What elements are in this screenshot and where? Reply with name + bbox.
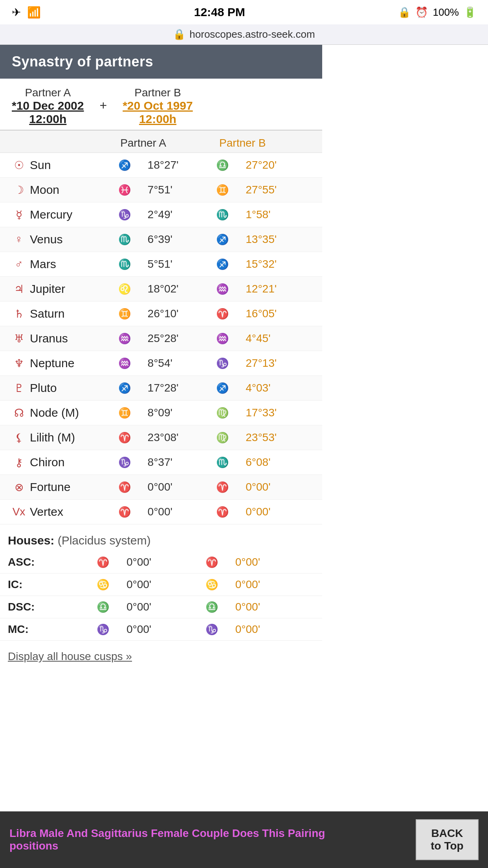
content-area: Synastry of partners Partner A *10 Dec 2… (0, 45, 488, 675)
planet-sign-b: ♏ (216, 456, 246, 469)
house-deg-a: 0°00' (127, 556, 205, 568)
planet-name: Pluto (30, 381, 118, 395)
planet-row-saturn: ♄ Saturn ♊ 26°10' ♈ 16°05' (0, 302, 322, 326)
planet-sign-b: ♒ (216, 333, 246, 345)
planet-name: Mercury (30, 208, 118, 221)
section-title: Synastry of partners (12, 53, 153, 70)
planet-name: Venus (30, 233, 118, 246)
planet-deg-b: 16°05' (246, 307, 314, 320)
planet-deg-b: 27°13' (246, 357, 314, 370)
planet-sign-b: ♈ (216, 481, 246, 493)
display-link[interactable]: Display all house cusps » (0, 641, 322, 675)
browser-url: horoscopes.astro-seek.com (189, 28, 315, 40)
house-sign-b: ♋ (205, 579, 235, 591)
planet-icon: ☉ (8, 159, 30, 172)
status-right: 🔒 ⏰ 100% 🔋 (398, 6, 476, 18)
house-label: MC: (8, 623, 97, 636)
planet-deg-a: 0°00' (148, 506, 216, 518)
planet-sign-b: ♊ (216, 184, 246, 196)
planet-deg-b: 17°33' (246, 406, 314, 419)
house-sign-b: ♈ (205, 556, 235, 568)
status-left: ✈ 📶 (12, 6, 41, 19)
house-sign-b: ♑ (205, 623, 235, 636)
planet-icon: ☿ (8, 208, 30, 221)
planet-name: Neptune (30, 357, 118, 370)
col-b-header: Partner B (215, 137, 314, 149)
planet-sign-a: ♏ (118, 258, 148, 270)
planet-deg-a: 8°54' (148, 357, 216, 370)
planet-deg-a: 26°10' (148, 307, 216, 320)
planet-name: Jupiter (30, 282, 118, 296)
battery-icon: 🔋 (464, 6, 476, 18)
planet-icon: Vx (8, 506, 30, 518)
planet-icon: ♄ (8, 307, 30, 320)
planet-name: Moon (30, 183, 118, 197)
planet-row-moon: ☽ Moon ♓ 7°51' ♊ 27°55' (0, 178, 322, 202)
planet-icon: ♂ (8, 258, 30, 270)
planet-icon: ☽ (8, 184, 30, 197)
planet-row-node-(m): ☊ Node (M) ♊ 8°09' ♍ 17°33' (0, 401, 322, 425)
planet-sign-a: ♒ (118, 357, 148, 370)
planet-name: Node (M) (30, 406, 118, 419)
planet-name: Uranus (30, 332, 118, 345)
planet-deg-b: 0°00' (246, 481, 314, 493)
houses-system: (Placidus system) (58, 534, 151, 547)
partner-info: Partner A *10 Dec 2002 12:00h + Partner … (0, 79, 322, 131)
planet-deg-b: 4°45' (246, 332, 314, 345)
planet-sign-a: ♈ (118, 432, 148, 444)
planet-row-neptune: ♆ Neptune ♒ 8°54' ♑ 27°13' (0, 351, 322, 376)
house-deg-b: 0°00' (235, 623, 314, 636)
planet-deg-b: 27°20' (246, 159, 314, 171)
partner-b-date[interactable]: *20 Oct 1997 12:00h (123, 99, 193, 126)
planet-deg-b: 12°21' (246, 283, 314, 295)
house-row-ic: IC: ♋ 0°00' ♋ 0°00' (0, 574, 322, 596)
planet-deg-a: 7°51' (148, 184, 216, 196)
planet-name: Vertex (30, 505, 118, 519)
planet-name: Chiron (30, 456, 118, 469)
planet-sign-b: ♍ (216, 432, 246, 444)
house-row-dsc: DSC: ♎ 0°00' ♎ 0°00' (0, 596, 322, 618)
browser-bar[interactable]: 🔒 horoscopes.astro-seek.com (0, 24, 488, 45)
browser-lock-icon: 🔒 (173, 28, 185, 40)
planet-deg-a: 0°00' (148, 481, 216, 493)
alarm-icon: ⏰ (415, 6, 428, 18)
planet-deg-b: 0°00' (246, 506, 314, 518)
planet-sign-a: ♊ (118, 308, 148, 320)
planet-sign-a: ♌ (118, 283, 148, 295)
partner-a-date[interactable]: *10 Dec 2002 12:00h (12, 99, 84, 126)
planet-deg-a: 8°37' (148, 456, 216, 469)
planets-table: ☉ Sun ♐ 18°27' ♎ 27°20' ☽ Moon ♓ 7°51' ♊… (0, 153, 322, 524)
house-sign-a: ♋ (97, 579, 126, 591)
planet-sign-a: ♊ (118, 407, 148, 419)
planet-sign-b: ♐ (216, 382, 246, 394)
house-row-asc: ASC: ♈ 0°00' ♈ 0°00' (0, 551, 322, 574)
house-label: ASC: (8, 556, 97, 568)
planet-name: Fortune (30, 480, 118, 494)
plus-sign: + (100, 86, 107, 113)
planet-sign-b: ♈ (216, 308, 246, 320)
planet-sign-a: ♈ (118, 506, 148, 518)
house-deg-b: 0°00' (235, 601, 314, 613)
planet-sign-b: ♎ (216, 159, 246, 171)
planet-deg-a: 8°09' (148, 406, 216, 419)
planet-icon: ♅ (8, 332, 30, 345)
planet-row-chiron: ⚷ Chiron ♑ 8°37' ♏ 6°08' (0, 450, 322, 475)
house-row-mc: MC: ♑ 0°00' ♑ 0°00' (0, 618, 322, 641)
planet-deg-b: 13°35' (246, 233, 314, 246)
status-time: 12:48 PM (194, 6, 245, 19)
planet-sign-a: ♒ (118, 333, 148, 345)
planet-sign-b: ♏ (216, 209, 246, 221)
house-sign-b: ♎ (205, 601, 235, 613)
planet-sign-b: ♐ (216, 258, 246, 270)
planet-row-pluto: ♇ Pluto ♐ 17°28' ♐ 4°03' (0, 376, 322, 401)
planet-sign-a: ♑ (118, 209, 148, 221)
house-sign-a: ♈ (97, 556, 126, 568)
planet-icon: ⚷ (8, 456, 30, 469)
planet-name: Sun (30, 158, 118, 172)
planet-deg-b: 27°55' (246, 184, 314, 196)
planet-icon: ♆ (8, 357, 30, 370)
planet-sign-a: ♏ (118, 234, 148, 246)
section-header: Synastry of partners (0, 45, 322, 79)
planet-row-venus: ♀ Venus ♏ 6°39' ♐ 13°35' (0, 227, 322, 252)
planet-sign-a: ♓ (118, 184, 148, 196)
